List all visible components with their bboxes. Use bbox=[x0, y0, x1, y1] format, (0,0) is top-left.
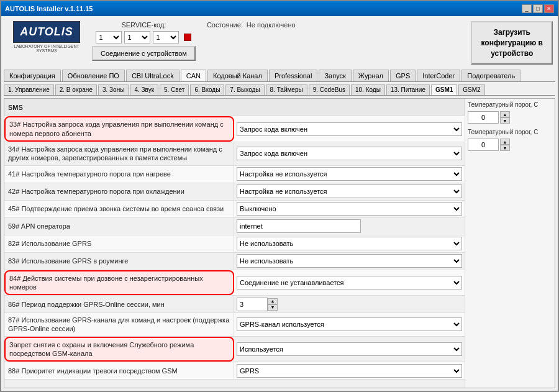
setting-label-87: 87# Использование GPRS-канала для команд… bbox=[4, 313, 234, 336]
setting-row-86: 86# Период поддержки GPRS-Online сессии,… bbox=[4, 296, 465, 313]
tab-start[interactable]: Запуск bbox=[319, 70, 351, 81]
status-indicator-top bbox=[184, 34, 191, 41]
tab2-timers[interactable]: 8. Таймеры bbox=[266, 84, 307, 95]
setting-label-83: 83# Использование GPRS в роуминге bbox=[4, 253, 234, 270]
tab-code-channel[interactable]: Кодовый Канал bbox=[207, 70, 268, 81]
maximize-button[interactable]: □ bbox=[533, 4, 543, 13]
tab2-management[interactable]: 1. Управление bbox=[4, 84, 54, 95]
setting-select-82[interactable]: Не использовать Использовать bbox=[237, 237, 462, 250]
temp-group-1: Температурный порог, С ▲ ▼ bbox=[468, 101, 552, 124]
setting-select-guard[interactable]: Используется Не используется bbox=[237, 342, 462, 356]
setting-label-88: 88# Приоритет индикации тревоги посредст… bbox=[4, 362, 234, 379]
setting-row-41: 41# Настройка температурного порога при … bbox=[4, 166, 465, 183]
tab-update[interactable]: Обновление ПО bbox=[62, 70, 125, 81]
temp-spinner-up-2[interactable]: ▲ bbox=[500, 139, 510, 145]
tab2-codebus[interactable]: 9. CodeBus bbox=[309, 84, 350, 95]
setting-select-87[interactable]: GPRS-канал используется GPRS-канал не ис… bbox=[237, 317, 462, 331]
temp-label-2: Температурный порог, С bbox=[468, 129, 552, 136]
tab2-zones[interactable]: 3. Зоны bbox=[98, 84, 129, 95]
temp-spinner-down-2[interactable]: ▼ bbox=[500, 145, 510, 151]
setting-row-88: 88# Приоритет индикации тревоги посредст… bbox=[4, 362, 465, 380]
setting-label-34: 34# Настройка запроса кода управления пр… bbox=[4, 142, 234, 165]
temp-spinner-row-2: ▲ ▼ bbox=[468, 139, 552, 151]
setting-row-83: 83# Использование GPRS в роуминге Не исп… bbox=[4, 253, 465, 270]
temp-spinner-up-1[interactable]: ▲ bbox=[500, 111, 510, 117]
main-window: AUTOLIS Installer v.1.11.15 _ □ ✕ AUTOLI… bbox=[0, 0, 559, 392]
tab2-outputs[interactable]: 7. Выходы bbox=[225, 84, 264, 95]
setting-label-42: 42# Настройка температурного порога при … bbox=[4, 183, 234, 200]
service-section: SERVICE-код: 123 123 123 Соединение с ус… bbox=[92, 21, 196, 61]
tab-heater[interactable]: Подогреватель bbox=[461, 70, 520, 81]
setting-control-41: Настройка не используется bbox=[234, 166, 465, 183]
setting-control-guard: Используется Не используется bbox=[234, 337, 465, 362]
tab-cbi[interactable]: CBI UltraLock bbox=[126, 70, 180, 81]
tab2-guard[interactable]: 2. В охране bbox=[55, 84, 97, 95]
close-button[interactable]: ✕ bbox=[544, 4, 554, 13]
spinner-86: ▲ ▼ bbox=[237, 298, 278, 311]
setting-label-82: 82# Использование GPRS bbox=[4, 235, 234, 252]
spinner-btns-86: ▲ ▼ bbox=[268, 298, 278, 311]
setting-select-45[interactable]: Выключено Включено bbox=[237, 202, 462, 216]
setting-control-42: Настройка не используется bbox=[234, 183, 465, 200]
setting-select-41[interactable]: Настройка не используется bbox=[237, 167, 462, 181]
setting-select-83[interactable]: Не использовать Использовать bbox=[237, 254, 462, 268]
setting-row-33: 33# Настройка запроса кода управления пр… bbox=[4, 116, 465, 142]
setting-select-88[interactable]: GPRS SMS bbox=[237, 364, 462, 378]
setting-label-86: 86# Период поддержки GPRS-Online сессии,… bbox=[4, 296, 234, 312]
minimize-button[interactable]: _ bbox=[522, 4, 532, 13]
setting-select-42[interactable]: Настройка не используется bbox=[237, 185, 462, 198]
setting-label-guard: Запрет снятия с охраны и включения Служе… bbox=[4, 337, 234, 362]
settings-rows-container[interactable]: SMS 33# Настройка запроса кода управлени… bbox=[4, 99, 465, 388]
setting-label-41: 41# Настройка температурного порога при … bbox=[4, 166, 234, 183]
service-dropdown-2[interactable]: 123 bbox=[124, 31, 150, 43]
connect-button[interactable]: Соединение с устройством bbox=[92, 46, 196, 61]
status-row: Состояние: Не подключено bbox=[207, 21, 296, 29]
setting-select-34[interactable]: Запрос кода включен Запрос кода выключен bbox=[237, 147, 462, 160]
logo-area: AUTOLIS LABORATORY OF INTELLIGENT SYSTEM… bbox=[6, 21, 87, 53]
tab2-codes[interactable]: 10. Коды bbox=[351, 84, 385, 95]
top-section: AUTOLIS LABORATORY OF INTELLIGENT SYSTEM… bbox=[4, 19, 555, 67]
title-bar: AUTOLIS Installer v.1.11.15 _ □ ✕ bbox=[1, 1, 558, 16]
setting-control-59 bbox=[234, 218, 465, 235]
tab-journal[interactable]: Журнал bbox=[353, 70, 389, 81]
setting-row-82: 82# Использование GPRS Не использовать И… bbox=[4, 235, 465, 253]
setting-control-33: Запрос кода включен Запрос кода выключен bbox=[234, 116, 465, 142]
tab2-light[interactable]: 5. Свет bbox=[160, 84, 189, 95]
load-btn-area: Загрузитьконфигурацию вустройство bbox=[471, 21, 553, 65]
setting-row-59: 59# APN оператора bbox=[4, 218, 465, 235]
service-dropdown-3[interactable]: 123 bbox=[153, 31, 179, 43]
temp-spinner-2[interactable] bbox=[468, 139, 499, 151]
service-dropdown-1[interactable]: 123 bbox=[96, 31, 122, 43]
tab2-gsm2[interactable]: GSM2 bbox=[458, 84, 484, 95]
setting-control-34: Запрос кода включен Запрос кода выключен bbox=[234, 142, 465, 165]
tabs-row1: Конфигурация Обновление ПО CBI UltraLock… bbox=[4, 70, 555, 82]
sms-header-label: SMS bbox=[4, 99, 465, 116]
load-config-button[interactable]: Загрузитьконфигурацию вустройство bbox=[471, 21, 553, 65]
temp-spinner-1[interactable] bbox=[468, 111, 499, 124]
temp-spinner-down-1[interactable]: ▼ bbox=[500, 117, 510, 124]
tab-can[interactable]: CAN bbox=[181, 70, 206, 81]
logo: AUTOLIS bbox=[13, 21, 80, 43]
status-label: Состояние: bbox=[207, 21, 243, 29]
tab2-power[interactable]: 13. Питание bbox=[386, 84, 430, 95]
tab-professional[interactable]: Professional bbox=[269, 70, 318, 81]
spinner-up-86[interactable]: ▲ bbox=[268, 298, 278, 304]
tab-configuration[interactable]: Конфигурация bbox=[4, 70, 61, 81]
spinner-down-86[interactable]: ▼ bbox=[268, 304, 278, 311]
temp-spinner-btns-2: ▲ ▼ bbox=[500, 139, 510, 151]
tab2-sound[interactable]: 4. Звук bbox=[130, 84, 158, 95]
tab2-gsm1[interactable]: GSM1 bbox=[431, 84, 457, 95]
setting-row-34: 34# Настройка запроса кода управления пр… bbox=[4, 142, 465, 166]
tab-intercoder[interactable]: InterCoder bbox=[417, 70, 460, 81]
setting-select-84[interactable]: Соединение не устанавливается Соединение… bbox=[237, 276, 462, 289]
setting-control-82: Не использовать Использовать bbox=[234, 235, 465, 252]
tab2-inputs[interactable]: 6. Входы bbox=[190, 84, 224, 95]
tab-gps[interactable]: GPS bbox=[390, 70, 416, 81]
setting-control-86: ▲ ▼ bbox=[234, 296, 465, 312]
setting-input-59[interactable] bbox=[237, 219, 361, 233]
spinner-input-86[interactable] bbox=[237, 298, 268, 311]
setting-select-33[interactable]: Запрос кода включен Запрос кода выключен bbox=[237, 122, 462, 136]
setting-row-87: 87# Использование GPRS-канала для команд… bbox=[4, 313, 465, 337]
setting-row-42: 42# Настройка температурного порога при … bbox=[4, 183, 465, 201]
sms-header-row: SMS bbox=[4, 99, 465, 116]
